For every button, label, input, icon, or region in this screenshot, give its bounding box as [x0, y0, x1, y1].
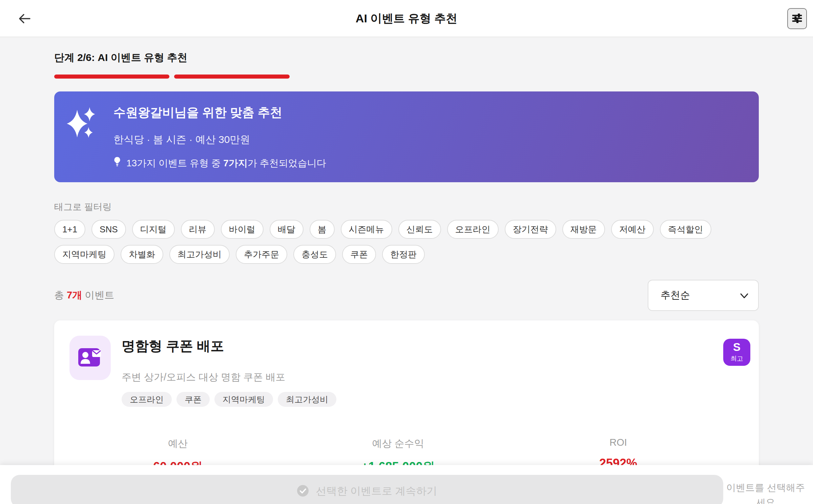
results-count: 총 7개 이벤트 — [54, 289, 114, 302]
filter-tag-chip[interactable]: 저예산 — [611, 220, 654, 239]
filter-tag-chip[interactable]: 시즌메뉴 — [341, 220, 392, 239]
filter-tag-chip[interactable]: 디지털 — [132, 220, 175, 239]
main-content: 단계 2/6: AI 이벤트 유형 추천 수원왕갈비님을 위한 맞춤 추천 한식… — [54, 37, 759, 490]
event-icon-box — [69, 336, 111, 380]
filter-tag-chip[interactable]: 추가주문 — [236, 245, 287, 264]
filter-tag-chip[interactable]: 배달 — [270, 220, 304, 239]
event-description: 주변 상가/오피스 대상 명함 쿠폰 배포 — [122, 371, 285, 384]
filter-settings-button[interactable] — [787, 8, 807, 29]
filter-tag-chip[interactable]: 재방문 — [562, 220, 605, 239]
banner-subtitle: 한식당 · 봄 시즌 · 예산 30만원 — [113, 133, 250, 147]
filter-tag-list: 1+1SNS디지털리뷰바이럴배달봄시즌메뉴신뢰도오프라인장기전략재방문저예산즉석… — [54, 220, 759, 264]
grade-badge: S 최고 — [723, 339, 750, 366]
filter-tag-chip[interactable]: 지역마케팅 — [54, 245, 114, 264]
ai-recommendation-banner: 수원왕갈비님을 위한 맞춤 추천 한식당 · 봄 시즌 · 예산 30만원 13… — [54, 91, 759, 182]
check-circle-icon — [297, 485, 309, 498]
sparkles-icon — [64, 104, 99, 144]
grade-word: 최고 — [730, 354, 743, 363]
filter-tag-chip[interactable]: SNS — [91, 220, 126, 239]
selection-hint: 이벤트를 선택해주 세요 — [725, 480, 806, 504]
sliders-icon — [790, 11, 804, 26]
filter-tag-chip[interactable]: 리뷰 — [181, 220, 215, 239]
bottom-bar: 선택한 이벤트로 계속하기 이벤트를 선택해주 세요 — [0, 465, 813, 504]
filter-tag-chip[interactable]: 봄 — [310, 220, 335, 239]
filter-tag-chip[interactable]: 쿠폰 — [342, 245, 376, 264]
filter-section-label: 태그로 필터링 — [54, 201, 759, 213]
filter-tag-chip[interactable]: 오프라인 — [447, 220, 499, 239]
event-tag: 오프라인 — [122, 392, 172, 407]
event-tag-list: 오프라인쿠폰지역마케팅최고가성비 — [122, 392, 336, 407]
event-title: 명함형 쿠폰 배포 — [122, 337, 224, 355]
results-count-number: 7개 — [67, 290, 82, 300]
continue-button-label: 선택한 이벤트로 계속하기 — [316, 484, 437, 498]
banner-info: 13가지 이벤트 유형 중 7가지가 추천되었습니다 — [113, 156, 326, 170]
progress-bar — [54, 75, 759, 79]
banner-info-text: 13가지 이벤트 유형 중 7가지가 추천되었습니다 — [126, 157, 326, 170]
filter-tag-chip[interactable]: 한정판 — [382, 245, 425, 264]
bulb-icon — [113, 156, 122, 170]
filter-tag-chip[interactable]: 차별화 — [121, 245, 163, 264]
filter-tag-chip[interactable]: 충성도 — [293, 245, 336, 264]
event-tag: 최고가성비 — [278, 392, 336, 407]
filter-tag-chip[interactable]: 장기전략 — [505, 220, 556, 239]
page-title: AI 이벤트 유형 추천 — [0, 0, 813, 37]
sort-dropdown[interactable]: 추천순 — [648, 280, 759, 311]
progress-bar-segment — [174, 75, 290, 79]
step-indicator: 단계 2/6: AI 이벤트 유형 추천 — [54, 51, 759, 65]
filter-tag-chip[interactable]: 최고가성비 — [169, 245, 230, 264]
results-row: 총 7개 이벤트 추천순 — [54, 280, 759, 311]
event-tag: 쿠폰 — [176, 392, 210, 407]
filter-tag-chip[interactable]: 즉석할인 — [660, 220, 711, 239]
continue-button[interactable]: 선택한 이벤트로 계속하기 — [11, 475, 723, 504]
grade-letter: S — [733, 341, 741, 353]
event-tag: 지역마케팅 — [214, 392, 273, 407]
filter-tag-chip[interactable]: 1+1 — [54, 220, 85, 239]
filter-tag-chip[interactable]: 바이럴 — [221, 220, 264, 239]
contact-card-icon — [78, 347, 102, 369]
header: AI 이벤트 유형 추천 — [0, 0, 813, 37]
event-card[interactable]: 명함형 쿠폰 배포 S 최고 주변 상가/오피스 대상 명함 쿠폰 배포 오프라… — [54, 320, 759, 490]
sort-dropdown-value: 추천순 — [661, 289, 690, 302]
progress-bar-segment — [54, 75, 169, 79]
filter-tag-chip[interactable]: 신뢰도 — [398, 220, 441, 239]
banner-title: 수원왕갈비님을 위한 맞춤 추천 — [113, 104, 282, 121]
